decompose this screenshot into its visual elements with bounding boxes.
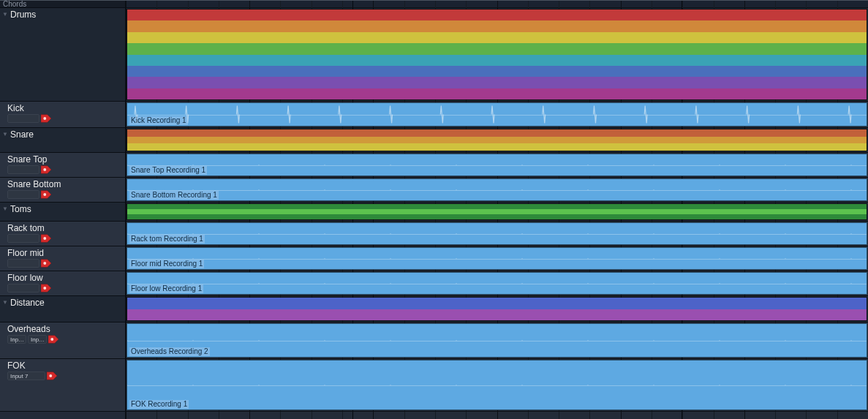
lane-floorlow[interactable]: Floor low Recording 1	[126, 271, 868, 296]
svg-point-1	[43, 168, 46, 171]
clip-overheads[interactable]: Overheads Recording 2	[127, 323, 867, 358]
lane-distance[interactable]	[126, 296, 868, 322]
chords-lane-stub	[126, 1, 868, 8]
chevron-down-icon[interactable]: ▼	[1, 299, 9, 306]
track-controls	[0, 258, 125, 268]
input-select[interactable]	[7, 234, 39, 243]
lane-fok[interactable]: FOK Recording 1	[126, 359, 868, 412]
clip-fok[interactable]: FOK Recording 1	[127, 360, 867, 410]
lane-snare[interactable]	[126, 128, 868, 153]
track-header-overheads[interactable]: OverheadsInp…Inp…	[0, 322, 125, 359]
lane-snaretop[interactable]: Snare Top Recording 1	[126, 153, 868, 178]
arrange-area[interactable]: Kick Recording 1Snare Top Recording 1Sna…	[126, 1, 868, 419]
lane-toms[interactable]	[126, 203, 868, 222]
record-arm-button[interactable]	[47, 371, 57, 380]
track-controls	[0, 283, 125, 293]
track-name-label: Snare Bottom	[7, 179, 61, 189]
svg-point-6	[50, 338, 53, 341]
lane-racktom[interactable]: Rack tom Recording 1	[126, 222, 868, 246]
track-name-label: Distance	[10, 298, 45, 308]
track-controls: Input 7	[0, 371, 125, 381]
clip-floorlow[interactable]: Floor low Recording 1	[127, 272, 867, 295]
track-name-label: Floor low	[7, 273, 43, 283]
clip-snaretop[interactable]: Snare Top Recording 1	[127, 154, 867, 176]
chords-track-stub[interactable]: Chords	[0, 1, 125, 8]
record-arm-button[interactable]	[41, 259, 51, 268]
clip-floormid[interactable]: Floor mid Recording 1	[127, 247, 867, 270]
record-arm-button[interactable]	[41, 284, 51, 292]
clip-snare[interactable]	[127, 129, 867, 151]
track-header-toms[interactable]: ▼Toms	[0, 203, 125, 222]
input-select[interactable]: Inp…	[28, 335, 47, 344]
track-name-label: Kick	[7, 103, 24, 113]
lane-snarebot[interactable]: Snare Bottom Recording 1	[126, 178, 868, 203]
track-header-kick[interactable]: Kick	[0, 102, 125, 128]
track-name-label: Floor mid	[7, 248, 44, 258]
chevron-down-icon[interactable]: ▼	[1, 11, 9, 18]
daw-arrange-view: Chords ▼DrumsKick ▼SnareSnare Top Snare …	[0, 0, 868, 419]
lane-floormid[interactable]: Floor mid Recording 1	[126, 246, 868, 271]
input-select[interactable]: Input 7	[7, 371, 45, 380]
track-controls	[0, 113, 125, 124]
track-header-floorlow[interactable]: Floor low	[0, 271, 125, 296]
track-name-label: Rack tom	[7, 223, 45, 233]
record-arm-button[interactable]	[48, 335, 59, 344]
track-name-label: Snare	[10, 129, 34, 140]
track-header-snarebot[interactable]: Snare Bottom	[0, 178, 125, 203]
track-controls	[0, 165, 125, 175]
track-name-label: FOK	[7, 361, 26, 371]
input-select[interactable]: Inp…	[7, 335, 26, 344]
svg-point-2	[43, 193, 46, 196]
chevron-down-icon[interactable]: ▼	[1, 131, 9, 138]
track-header-fok[interactable]: FOKInput 7	[0, 359, 125, 412]
input-select[interactable]	[7, 284, 39, 292]
clip-distance[interactable]	[127, 297, 867, 321]
track-header-snaretop[interactable]: Snare Top	[0, 153, 125, 178]
input-label: Input 7	[10, 372, 28, 380]
svg-point-3	[43, 237, 46, 240]
track-name-label: Drums	[10, 10, 36, 20]
track-header-racktom[interactable]: Rack tom	[0, 222, 125, 246]
input-label: Inp…	[10, 336, 24, 344]
lane-drums[interactable]	[126, 8, 868, 102]
input-select[interactable]	[7, 165, 39, 174]
input-select[interactable]	[7, 259, 39, 268]
input-select[interactable]	[7, 190, 39, 199]
record-arm-button[interactable]	[41, 234, 51, 243]
track-list-panel: Chords ▼DrumsKick ▼SnareSnare Top Snare …	[0, 1, 126, 419]
chevron-down-icon[interactable]: ▼	[1, 205, 9, 213]
clip-toms[interactable]	[127, 203, 867, 220]
track-header-snare[interactable]: ▼Snare	[0, 128, 125, 153]
clip-kick[interactable]: Kick Recording 1	[127, 102, 867, 127]
svg-point-5	[43, 287, 46, 290]
track-name-label: Toms	[10, 204, 31, 214]
record-arm-button[interactable]	[41, 165, 51, 174]
clip-drums[interactable]	[127, 9, 867, 100]
svg-point-7	[49, 374, 52, 377]
input-select[interactable]	[7, 114, 39, 123]
svg-point-0	[43, 117, 46, 120]
svg-point-4	[43, 262, 46, 265]
input-label: Inp…	[31, 336, 45, 344]
track-controls	[0, 233, 125, 244]
track-name-label: Overheads	[7, 324, 50, 334]
clip-snarebot[interactable]: Snare Bottom Recording 1	[127, 178, 867, 201]
track-controls: Inp…Inp…	[0, 334, 125, 344]
track-header-floormid[interactable]: Floor mid	[0, 246, 125, 271]
lane-overheads[interactable]: Overheads Recording 2	[126, 322, 868, 359]
lane-kick[interactable]: Kick Recording 1	[126, 102, 868, 128]
clip-racktom[interactable]: Rack tom Recording 1	[127, 222, 867, 245]
record-arm-button[interactable]	[41, 190, 51, 199]
record-arm-button[interactable]	[41, 114, 51, 123]
track-name-label: Snare Top	[7, 154, 48, 165]
track-header-drums[interactable]: ▼Drums	[0, 8, 125, 102]
track-controls	[0, 189, 125, 200]
track-header-distance[interactable]: ▼Distance	[0, 296, 125, 322]
